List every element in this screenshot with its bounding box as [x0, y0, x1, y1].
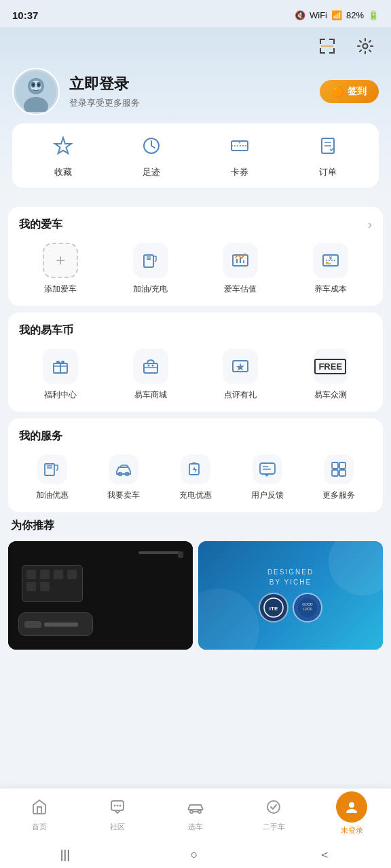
add-car-label: 添加爱车 — [44, 283, 77, 295]
by-yiche-text: BY YICHE — [269, 578, 312, 586]
recommend-card-yiche[interactable]: DESIGNED BY YICHE iTE GOOD LUC — [198, 541, 383, 650]
used-car-label: 二手车 — [263, 822, 285, 832]
profile-text: 立即登录 登录享受更多服务 — [69, 74, 310, 109]
review-item[interactable]: 点评有礼 — [199, 349, 282, 401]
svg-point-43 — [151, 365, 153, 367]
free-test-item[interactable]: FREE 易车众测 — [289, 349, 373, 401]
free-test-label: 易车众测 — [314, 389, 347, 401]
coupon-label: 卡券 — [231, 166, 248, 178]
my-car-section: 我的爱车 › + 添加爱车 加油/充电 — [8, 207, 383, 306]
settings-button[interactable] — [352, 33, 379, 60]
scan-button[interactable] — [314, 33, 341, 60]
my-service-grid: 加油优惠 我要卖车 — [19, 454, 372, 501]
svg-rect-54 — [192, 462, 196, 465]
car-value-label: 爱车估值 — [224, 283, 257, 295]
recommend-card-tools[interactable] — [8, 541, 193, 650]
quick-item-footprint[interactable]: 足迹 — [141, 136, 162, 178]
recommend-grid: DESIGNED BY YICHE iTE GOOD LUC — [8, 541, 383, 650]
review-icon — [223, 349, 258, 384]
my-car-grid: + 添加爱车 加油/充电 — [19, 243, 372, 295]
car-cost-icon: ¥ — [313, 243, 348, 278]
add-car-item[interactable]: + 添加爱车 — [19, 243, 103, 295]
my-car-header: 我的爱车 › — [19, 218, 372, 232]
my-coin-header: 我的易车币 — [19, 323, 372, 338]
car-cost-label: 养车成本 — [314, 283, 347, 295]
community-icon — [109, 799, 126, 819]
home-button[interactable]: ○ — [191, 848, 198, 862]
home-label: 首页 — [32, 822, 47, 832]
svg-point-68 — [113, 805, 115, 807]
svg-point-75 — [267, 801, 280, 813]
my-car-arrow[interactable]: › — [368, 218, 372, 232]
welfare-icon — [43, 349, 78, 384]
nav-home[interactable]: 首页 — [0, 799, 78, 832]
sign-coin-icon: 🟠 — [332, 86, 343, 97]
my-car-title: 我的爱车 — [19, 218, 62, 232]
welfare-item[interactable]: 福利中心 — [19, 349, 103, 401]
fuel-charge-item[interactable]: 加油/充电 — [109, 243, 193, 295]
avatar[interactable] — [12, 68, 60, 115]
svg-rect-40 — [144, 363, 157, 373]
battery-text: 82% — [346, 10, 364, 20]
my-coin-section: 我的易车币 福利中心 — [8, 313, 383, 412]
footprint-label: 足迹 — [143, 166, 160, 178]
sell-car-item[interactable]: 我要卖车 — [91, 454, 157, 501]
community-label: 社区 — [110, 822, 125, 832]
svg-rect-59 — [339, 462, 346, 469]
quick-menu: 收藏 足迹 ¥ 卡券 — [12, 123, 379, 188]
used-car-icon — [265, 799, 282, 819]
car-value-item[interactable]: 爱车估值 — [199, 243, 282, 295]
svg-point-69 — [116, 805, 118, 807]
quick-item-order[interactable]: 订单 — [318, 136, 338, 178]
quick-item-collect[interactable]: 收藏 — [53, 136, 73, 178]
shop-item[interactable]: 易车商城 — [109, 349, 193, 401]
designed-text: DESIGNED — [267, 568, 314, 576]
svg-point-17 — [38, 84, 40, 86]
nav-profile[interactable]: 未登录 — [313, 795, 391, 835]
more-services-item[interactable]: 更多服务 — [305, 454, 372, 501]
back-button[interactable]: ＜ — [318, 846, 331, 863]
my-service-title: 我的服务 — [19, 429, 62, 443]
svg-text:LUCK: LUCK — [303, 607, 312, 611]
bottom-spacer — [0, 656, 391, 738]
wifi-icon: WiFi — [310, 10, 327, 20]
sell-car-label: 我要卖车 — [107, 490, 140, 501]
order-label: 订单 — [319, 166, 337, 178]
charge-discount-item[interactable]: 充电优惠 — [162, 454, 229, 501]
add-car-icon: + — [43, 243, 78, 278]
collect-label: 收藏 — [54, 166, 72, 178]
feedback-item[interactable]: 用户反馈 — [234, 454, 301, 501]
feedback-icon — [253, 454, 282, 484]
nav-community[interactable]: 社区 — [78, 799, 156, 832]
profile-label: 未登录 — [341, 825, 363, 835]
quick-item-coupon[interactable]: ¥ 卡券 — [229, 136, 250, 178]
svg-rect-58 — [332, 462, 338, 469]
welfare-label: 福利中心 — [44, 389, 77, 401]
svg-rect-60 — [332, 470, 338, 476]
sign-in-button[interactable]: 🟠 签到 — [320, 80, 379, 103]
fuel-charge-label: 加油/充电 — [133, 283, 168, 295]
recommend-section: 为你推荐 — [8, 519, 383, 650]
svg-rect-7 — [333, 48, 335, 54]
svg-rect-5 — [320, 48, 321, 54]
svg-rect-8 — [321, 46, 333, 47]
svg-point-72 — [198, 810, 201, 813]
svg-point-42 — [147, 365, 149, 367]
car-cost-item[interactable]: ¥ 养车成本 — [289, 243, 373, 295]
recommend-title: 为你推荐 — [8, 519, 383, 533]
order-icon — [318, 136, 338, 161]
nav-select-car[interactable]: 选车 — [156, 799, 234, 832]
fuel-discount-item[interactable]: 加油优惠 — [19, 454, 86, 501]
shop-icon — [133, 349, 168, 384]
shop-label: 易车商城 — [134, 389, 167, 401]
my-service-header: 我的服务 — [19, 429, 372, 443]
profile-row: 立即登录 登录享受更多服务 🟠 签到 — [12, 68, 379, 115]
recent-apps-button[interactable]: ||| — [60, 848, 70, 862]
nav-used-car[interactable]: 二手车 — [235, 799, 313, 832]
signal-icon: 📶 — [331, 10, 342, 20]
more-services-icon — [324, 454, 354, 484]
sell-car-icon — [109, 454, 138, 484]
header-section: 立即登录 登录享受更多服务 🟠 签到 收藏 — [0, 27, 391, 200]
sticker-2: GOOD LUCK — [293, 593, 322, 623]
charge-discount-label: 充电优惠 — [179, 490, 212, 501]
